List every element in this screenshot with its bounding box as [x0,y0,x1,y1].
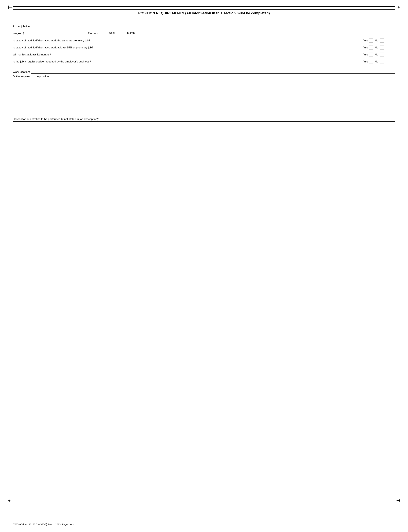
page: ⊢ + POSITION REQUIREMENTS (All informati… [0,0,408,532]
duties-text-box[interactable] [13,79,395,114]
no-label-2: No [375,53,378,56]
section-title: POSITION REQUIREMENTS (All information i… [13,9,395,18]
questions-section: Is salary of modified/alternative work t… [13,39,395,64]
question-row-1: Is salary of modified/alternative work a… [13,46,395,50]
question-text-3: Is the job a regular position required b… [13,60,363,63]
question-text-1: Is salary of modified/alternative work a… [13,46,363,49]
corner-mark-tr: + [398,5,400,10]
per-hour-label: Per hour [88,32,98,35]
yes-checkbox-3[interactable] [369,60,374,64]
month-checkbox-group: Month [127,31,140,35]
yes-label-1: Yes [363,46,368,49]
yes-checkbox-1[interactable] [369,46,374,50]
no-label-3: No [375,60,378,63]
description-label: Description of activities to be performe… [13,117,395,121]
description-text-box[interactable] [13,121,395,201]
month-checkbox[interactable] [136,31,140,35]
yes-checkbox-0[interactable] [369,39,374,43]
corner-mark-br: ⊣ [396,498,400,503]
yes-label-3: Yes [363,60,368,63]
yes-no-group-1: Yes No [363,46,395,50]
no-checkbox-1[interactable] [380,46,384,50]
wages-row: Wages: $ Per hour Week Month [13,31,395,35]
wages-label: Wages: $ [13,32,24,35]
corner-mark-bl: + [8,498,10,503]
week-checkbox-2[interactable] [117,31,121,35]
no-checkbox-2[interactable] [380,53,384,57]
yes-no-group-0: Yes No [363,39,395,43]
yes-no-group-2: Yes No [363,53,395,57]
actual-job-title-label: Actual job title: [13,25,30,28]
week-checkbox[interactable] [103,31,107,35]
work-location-row: Work location: [13,70,395,74]
corner-mark-tl: ⊢ [8,5,12,10]
footer-text: DWC-AD form 10133.53 (SJDB) Rev: 1/2013-… [13,523,74,526]
yes-label-0: Yes [363,39,368,42]
week-checkbox-group: Week [103,31,121,35]
no-label-0: No [375,39,378,42]
question-text-2: Will job last at least 12 months? [13,53,363,56]
work-location-label: Work location: [13,70,30,74]
question-row-2: Will job last at least 12 months? Yes No [13,53,395,57]
wages-underline [26,32,81,35]
month-label: Month [127,31,135,34]
actual-job-title-underline [32,25,395,28]
yes-checkbox-2[interactable] [369,53,374,57]
question-row-0: Is salary of modified/alternative work t… [13,39,395,43]
duties-label: Duties required of the position: [13,75,395,78]
work-location-underline [31,70,395,74]
week-label: Week [108,31,115,34]
no-checkbox-0[interactable] [380,39,384,43]
actual-job-title-row: Actual job title: [13,25,395,28]
yes-label-2: Yes [363,53,368,56]
header-section: POSITION REQUIREMENTS (All information i… [13,6,395,20]
no-label-1: No [375,46,378,49]
question-row-3: Is the job a regular position required b… [13,60,395,64]
question-text-0: Is salary of modified/alternative work t… [13,39,363,42]
no-checkbox-3[interactable] [380,60,384,64]
yes-no-group-3: Yes No [363,60,395,64]
